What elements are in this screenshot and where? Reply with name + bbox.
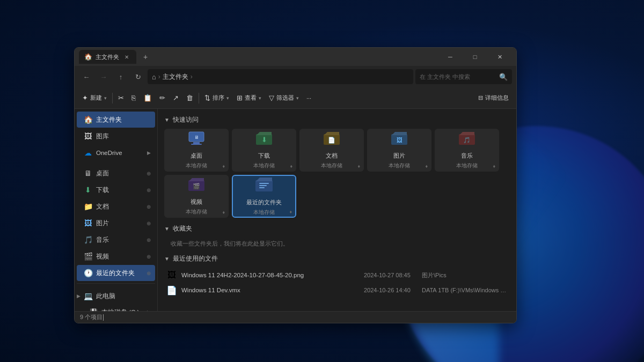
tile-downloads[interactable]: ⬇ 下载 本地存储 ♦	[232, 129, 296, 172]
sidebar-item-onedrive[interactable]: ☁ OneDrive ▶	[77, 145, 155, 161]
share-btn[interactable]: ↗	[170, 91, 182, 106]
view-icon: ⊞	[237, 94, 243, 102]
delete-btn[interactable]: 🗑	[183, 91, 196, 106]
cut-btn[interactable]: ✂	[115, 91, 127, 106]
view-btn[interactable]: ⊞ 查看 ▾	[233, 91, 265, 106]
recent-file-loc-2: DATA 1TB (F:)\VMs\Windows 11 Dev	[422, 287, 508, 293]
filter-btn[interactable]: ▽ 筛选器 ▾	[266, 91, 302, 106]
sidebar-item-music[interactable]: 🎵 音乐 ⊕	[77, 232, 155, 248]
details-btn[interactable]: ⊟ 详细信息	[475, 91, 512, 106]
forward-btn[interactable]: →	[96, 69, 111, 84]
copy-icon: ⎘	[131, 94, 136, 102]
tab-label: 主文件夹	[96, 53, 119, 61]
tab-close-btn[interactable]: ✕	[122, 53, 131, 61]
recent-files-chevron-icon[interactable]: ▼	[164, 256, 170, 262]
share-icon: ↗	[173, 94, 179, 102]
toolbar-sep2	[199, 93, 199, 104]
sidebar-item-pictures[interactable]: 🖼 图片 ⊕	[77, 215, 155, 231]
tile-music-icon: 🎵	[458, 131, 475, 150]
maximize-btn[interactable]: □	[463, 48, 487, 66]
sidebar-gallery-label: 图库	[96, 132, 151, 141]
tile-desktop[interactable]: 🖥 桌面 本地存储 ♦	[164, 129, 229, 172]
desktop-pin-icon: ⊕	[147, 171, 151, 176]
home-icon: 🏠	[83, 115, 93, 124]
address-sep2: ›	[191, 73, 193, 80]
documents-pin-icon: ⊕	[147, 204, 151, 210]
new-icon: ✦	[82, 94, 88, 102]
quick-access-section-header: ▼ 快速访问	[164, 115, 510, 124]
this-pc-icon: 💻	[84, 292, 93, 300]
tile-pictures[interactable]: 🖼 图片 本地存储 ♦	[367, 129, 431, 172]
recent-row[interactable]: 📄 Windows 11 Dev.vmx 2024-10-26 14:40 DA…	[164, 283, 510, 298]
svg-marker-12	[392, 132, 407, 135]
up-btn[interactable]: ↑	[113, 69, 128, 84]
recent-file-date-1: 2024-10-27 08:45	[364, 272, 418, 278]
music-pin-icon: ⊕	[147, 237, 151, 243]
onedrive-icon: ☁	[83, 149, 93, 157]
window-controls: ─ □ ✕	[438, 48, 512, 66]
tile-recent-folders[interactable]: 最近的文件夹 本地存储 ♦	[232, 175, 296, 218]
add-tab-btn[interactable]: +	[138, 50, 152, 64]
tile-documents-icon: 📄	[323, 131, 340, 150]
sidebar: 🏠 主文件夹 🖼 图库 ☁ OneDrive ▶ 🖥 桌面 ⊕	[75, 109, 158, 311]
tile-videos-sub: 本地存储	[186, 208, 207, 216]
address-path: 主文件夹	[163, 72, 188, 82]
sidebar-item-desktop[interactable]: 🖥 桌面 ⊕	[77, 165, 155, 181]
sidebar-item-gallery[interactable]: 🖼 图库	[77, 128, 155, 144]
rename-btn[interactable]: ✏	[156, 91, 169, 106]
sidebar-music-label: 音乐	[96, 236, 143, 244]
tile-desktop-pin: ♦	[222, 164, 225, 169]
address-bar[interactable]: ⌂ › 主文件夹 ›	[148, 69, 413, 84]
tile-music[interactable]: 🎵 音乐 本地存储 ♦	[435, 129, 499, 172]
search-bar[interactable]: 在 主文件夹 中搜索 🔍	[415, 69, 512, 84]
tab-icon: 🏠	[84, 53, 92, 61]
tile-desktop-name: 桌面	[191, 152, 202, 160]
copy-btn[interactable]: ⎘	[128, 91, 139, 106]
sort-btn[interactable]: ⇅ 排序 ▾	[201, 91, 232, 106]
sort-icon: ⇅	[204, 94, 210, 102]
sidebar-this-pc-expand[interactable]: ▶ 💻 此电脑	[75, 289, 157, 304]
favorites-chevron-icon[interactable]: ▼	[164, 226, 170, 232]
sidebar-home-label: 主文件夹	[96, 116, 151, 124]
svg-marker-18	[189, 178, 204, 181]
paste-icon: 📋	[143, 94, 152, 102]
sidebar-item-home[interactable]: 🏠 主文件夹	[77, 112, 155, 128]
svg-text:🖼: 🖼	[397, 137, 402, 143]
paste-btn[interactable]: 📋	[140, 91, 155, 106]
sidebar-item-recent-folders[interactable]: 🕐 最近的文件夹 ⊕	[77, 265, 155, 281]
more-label: ···	[306, 95, 311, 101]
videos-icon: 🎬	[83, 252, 93, 261]
main-tab[interactable]: 🏠 主文件夹 ✕	[79, 50, 136, 64]
tile-pictures-icon: 🖼	[391, 131, 408, 150]
downloads-pin-icon: ⊕	[147, 187, 151, 193]
recent-row[interactable]: 🖼 Windows 11 24H2-2024-10-27-08-45-20.pn…	[164, 268, 510, 283]
recent-files-section-header: ▼ 最近使用的文件	[164, 254, 510, 263]
more-btn[interactable]: ···	[303, 91, 314, 106]
tile-videos-pin: ♦	[222, 210, 225, 215]
tile-music-name: 音乐	[461, 152, 473, 160]
quick-access-title: 快速访问	[173, 115, 199, 124]
details-icon: ⊟	[478, 94, 483, 101]
close-btn[interactable]: ✕	[487, 48, 512, 66]
title-bar: 🏠 主文件夹 ✕ + ─ □ ✕	[75, 48, 516, 66]
back-btn[interactable]: ←	[79, 69, 94, 84]
tile-videos[interactable]: 🎬 视频 本地存储 ♦	[164, 175, 229, 218]
tile-documents[interactable]: 📄 文档 本地存储 ♦	[299, 129, 364, 172]
gallery-icon: 🖼	[83, 132, 93, 141]
quick-access-chevron-icon[interactable]: ▼	[164, 117, 170, 123]
tile-downloads-name: 下载	[258, 152, 270, 160]
refresh-btn[interactable]: ↻	[130, 69, 145, 84]
sidebar-item-documents[interactable]: 📁 文档 ⊕	[77, 198, 155, 215]
filter-icon: ▽	[269, 94, 274, 102]
new-btn[interactable]: ✦ 新建 ▾	[79, 91, 110, 106]
sidebar-item-downloads[interactable]: ⬇ 下载 ⊕	[77, 182, 155, 198]
sidebar-item-videos[interactable]: 🎬 视频 ⊕	[77, 248, 155, 264]
content-pane: ▼ 快速访问 🖥 桌面 本地存储	[158, 109, 516, 311]
status-bar: 9 个项目	[75, 311, 516, 323]
rename-icon: ✏	[159, 94, 165, 102]
address-home-icon: ⌂	[152, 73, 156, 81]
videos-pin-icon: ⊕	[147, 254, 151, 260]
minimize-btn[interactable]: ─	[438, 48, 463, 66]
svg-text:🖥: 🖥	[194, 135, 199, 140]
sidebar-item-local-c[interactable]: 💾 本地磁盘 (C:) ▶	[77, 304, 155, 311]
